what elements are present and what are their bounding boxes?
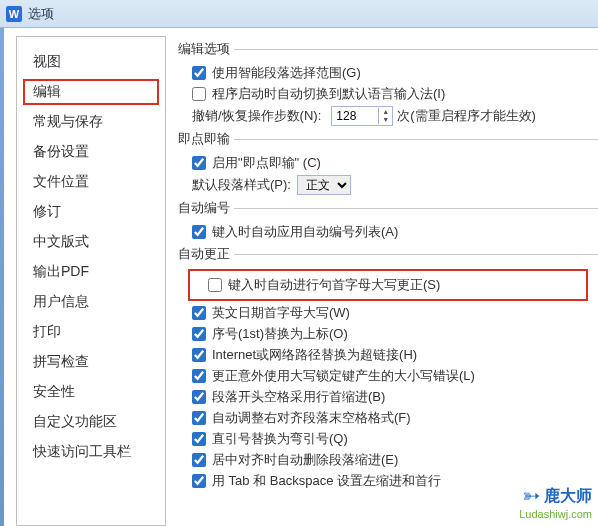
checkbox-default-ime[interactable] bbox=[192, 87, 206, 101]
undo-steps-spinner[interactable]: ▲▼ bbox=[331, 106, 393, 126]
watermark-logo: ➳鹿大师 Ludashiwj.com bbox=[519, 484, 592, 520]
sidebar-item-11[interactable]: 安全性 bbox=[17, 377, 165, 407]
title-bar: W 选项 bbox=[0, 0, 598, 28]
window-title: 选项 bbox=[28, 5, 54, 23]
sidebar-item-3[interactable]: 备份设置 bbox=[17, 137, 165, 167]
content-panel: 编辑选项 使用智能段落选择范围(G) 程序启动时自动切换到默认语言输入法(I) … bbox=[166, 28, 598, 526]
checkbox-autocorrect-4[interactable] bbox=[192, 369, 206, 383]
group-auto-number: 自动编号 bbox=[178, 199, 598, 217]
sidebar-item-12[interactable]: 自定义功能区 bbox=[17, 407, 165, 437]
checkbox-auto-number-list[interactable] bbox=[192, 225, 206, 239]
sidebar-item-4[interactable]: 文件位置 bbox=[17, 167, 165, 197]
left-border bbox=[0, 28, 4, 526]
checkbox-autocorrect-5[interactable] bbox=[192, 390, 206, 404]
sidebar-item-9[interactable]: 打印 bbox=[17, 317, 165, 347]
label-autocorrect-1: 英文日期首字母大写(W) bbox=[212, 304, 350, 322]
sidebar-item-13[interactable]: 快速访问工具栏 bbox=[17, 437, 165, 467]
spinner-arrows[interactable]: ▲▼ bbox=[378, 108, 392, 124]
label-undo-steps: 撤销/恢复操作步数(N): bbox=[192, 107, 321, 125]
group-edit-options: 编辑选项 bbox=[178, 40, 598, 58]
sidebar-item-6[interactable]: 中文版式 bbox=[17, 227, 165, 257]
sidebar: 视图编辑常规与保存备份设置文件位置修订中文版式输出PDF用户信息打印拼写检查安全… bbox=[16, 36, 166, 526]
checkbox-autocorrect-0[interactable] bbox=[208, 278, 222, 292]
checkbox-autocorrect-3[interactable] bbox=[192, 348, 206, 362]
sidebar-item-8[interactable]: 用户信息 bbox=[17, 287, 165, 317]
label-autocorrect-6: 自动调整右对齐段落末空格格式(F) bbox=[212, 409, 411, 427]
group-auto-correct: 自动更正 bbox=[178, 245, 598, 263]
label-autocorrect-7: 直引号替换为弯引号(Q) bbox=[212, 430, 348, 448]
label-autocorrect-5: 段落开头空格采用行首缩进(B) bbox=[212, 388, 385, 406]
sidebar-item-0[interactable]: 视图 bbox=[17, 47, 165, 77]
checkbox-smart-paragraph[interactable] bbox=[192, 66, 206, 80]
label-autocorrect-2: 序号(1st)替换为上标(O) bbox=[212, 325, 348, 343]
label-para-style: 默认段落样式(P): bbox=[192, 176, 291, 194]
label-autocorrect-4: 更正意外使用大写锁定键产生的大小写错误(L) bbox=[212, 367, 475, 385]
label-autocorrect-3: Internet或网络路径替换为超链接(H) bbox=[212, 346, 417, 364]
label-autocorrect-8: 居中对齐时自动删除段落缩进(E) bbox=[212, 451, 398, 469]
undo-steps-input[interactable] bbox=[332, 109, 378, 123]
checkbox-autocorrect-8[interactable] bbox=[192, 453, 206, 467]
group-click-type: 即点即输 bbox=[178, 130, 598, 148]
brand-name: 鹿大师 bbox=[544, 487, 592, 505]
sidebar-item-2[interactable]: 常规与保存 bbox=[17, 107, 165, 137]
deer-icon: ➳ bbox=[522, 484, 540, 508]
checkbox-autocorrect-7[interactable] bbox=[192, 432, 206, 446]
label-autocorrect-9: 用 Tab 和 Backspace 设置左缩进和首行 bbox=[212, 472, 441, 490]
label-enable-click-type: 启用"即点即输" (C) bbox=[212, 154, 321, 172]
sidebar-item-5[interactable]: 修订 bbox=[17, 197, 165, 227]
sidebar-item-1[interactable]: 编辑 bbox=[23, 79, 159, 105]
label-undo-steps-suffix: 次(需重启程序才能生效) bbox=[397, 107, 536, 125]
checkbox-autocorrect-1[interactable] bbox=[192, 306, 206, 320]
sidebar-item-7[interactable]: 输出PDF bbox=[17, 257, 165, 287]
label-smart-paragraph: 使用智能段落选择范围(G) bbox=[212, 64, 361, 82]
checkbox-autocorrect-9[interactable] bbox=[192, 474, 206, 488]
sidebar-item-10[interactable]: 拼写检查 bbox=[17, 347, 165, 377]
label-autocorrect-0: 键入时自动进行句首字母大写更正(S) bbox=[228, 276, 440, 294]
app-icon: W bbox=[6, 6, 22, 22]
checkbox-autocorrect-6[interactable] bbox=[192, 411, 206, 425]
label-auto-number-list: 键入时自动应用自动编号列表(A) bbox=[212, 223, 398, 241]
select-para-style[interactable]: 正文 bbox=[297, 175, 351, 195]
checkbox-autocorrect-2[interactable] bbox=[192, 327, 206, 341]
checkbox-enable-click-type[interactable] bbox=[192, 156, 206, 170]
label-default-ime: 程序启动时自动切换到默认语言输入法(I) bbox=[212, 85, 445, 103]
brand-url: Ludashiwj.com bbox=[519, 508, 592, 520]
